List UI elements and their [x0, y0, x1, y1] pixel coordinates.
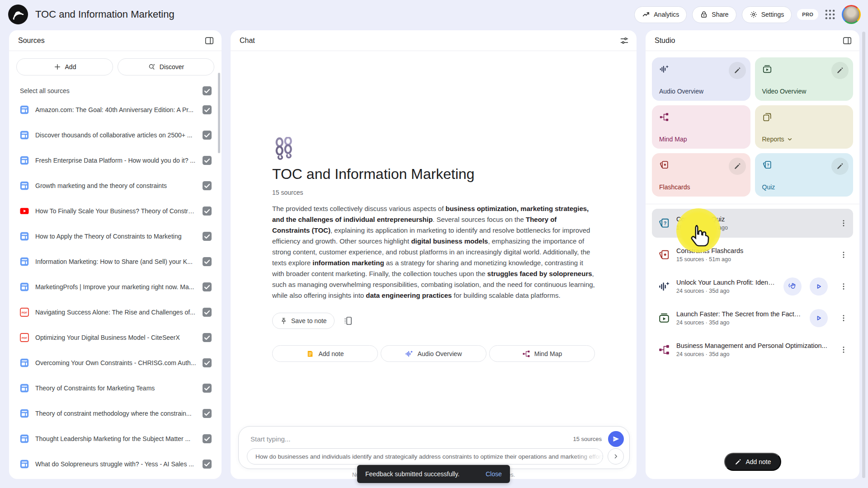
chevron-down-icon — [786, 136, 793, 143]
more-options-button[interactable] — [837, 214, 850, 232]
toast-close-button[interactable]: Close — [486, 470, 502, 478]
edit-flashcards-button[interactable] — [729, 158, 746, 175]
studio-item[interactable]: ?Constraints Quiz15 sources · 1m ago — [652, 209, 853, 238]
mind-map-icon — [659, 112, 669, 122]
svg-text:?: ? — [664, 221, 666, 226]
source-checkbox[interactable] — [203, 105, 212, 114]
source-row[interactable]: PDFNavigating Success Alone: The Rise an… — [14, 300, 216, 325]
discover-sources-button[interactable]: Discover — [118, 58, 214, 75]
edit-audio-overview-button[interactable] — [729, 62, 746, 79]
chat-input-placeholder[interactable]: Start typing... — [250, 435, 290, 443]
more-options-button[interactable] — [837, 277, 850, 296]
more-options-button[interactable] — [837, 309, 850, 327]
studio-item-text: Launch Faster: The Secret from the Facto… — [676, 310, 802, 326]
source-row[interactable]: Growth marketing and the theory of const… — [14, 173, 216, 198]
source-title: How to Apply the Theory of Constraints t… — [35, 233, 196, 240]
flashcards-icon — [658, 249, 670, 261]
quiz-card[interactable]: ? Quiz — [755, 153, 854, 197]
play-button[interactable] — [810, 309, 828, 327]
source-row[interactable]: Overcoming Your Own Constraints - CHRISG… — [14, 350, 216, 375]
add-note-button[interactable]: Add note — [272, 345, 378, 362]
source-row[interactable]: How to Apply the Theory of Constraints t… — [14, 224, 216, 249]
google-apps-grid-icon[interactable] — [824, 8, 836, 21]
youtube-icon — [20, 206, 29, 216]
studio-item[interactable]: Unlock Your Launch Profit: Identifying..… — [652, 272, 853, 301]
audio-overview-card[interactable]: Audio Overview — [652, 57, 750, 101]
mind-map-card[interactable]: Mind Map — [652, 105, 750, 149]
source-checkbox[interactable] — [203, 434, 212, 443]
collapse-panel-icon[interactable] — [204, 36, 214, 46]
source-checkbox[interactable] — [203, 333, 212, 342]
chat-settings-icon[interactable] — [619, 36, 629, 46]
copy-icon[interactable] — [343, 315, 354, 326]
source-checkbox[interactable] — [203, 358, 212, 367]
studio-item[interactable]: Constraints Flashcards15 sources · 51m a… — [652, 240, 853, 269]
user-avatar[interactable] — [842, 5, 861, 24]
select-all-checkbox[interactable] — [203, 86, 212, 95]
avatar-photo — [843, 6, 859, 23]
source-row[interactable]: Information Marketing: How to Share (and… — [14, 249, 216, 274]
chat-panel-header: Chat — [231, 30, 637, 51]
studio-add-note-button[interactable]: Add note — [724, 453, 781, 471]
save-to-note-button[interactable]: Save to note — [272, 313, 335, 329]
edit-quiz-button[interactable] — [831, 158, 849, 175]
share-label: Share — [712, 11, 728, 18]
video-icon — [658, 312, 670, 324]
audio-waveform-icon — [405, 350, 413, 358]
reports-card[interactable]: Reports — [755, 105, 854, 149]
web-icon — [20, 181, 29, 190]
source-checkbox[interactable] — [203, 460, 212, 469]
play-button[interactable] — [810, 277, 828, 296]
notebooklm-logo-icon[interactable] — [8, 5, 28, 24]
source-checkbox[interactable] — [203, 156, 212, 165]
source-row[interactable]: Theory of constraint methodology where t… — [14, 401, 216, 426]
sources-panel-title: Sources — [18, 37, 45, 45]
suggested-question-chip[interactable]: How do businesses and individuals identi… — [247, 448, 603, 465]
studio-item-title: Launch Faster: The Secret from the Facto… — [676, 310, 802, 318]
flashcards-card[interactable]: Flashcards — [652, 153, 750, 197]
source-row[interactable]: MarketingProfs | Improve your marketing … — [14, 274, 216, 300]
share-button[interactable]: Share — [692, 6, 736, 23]
source-row[interactable]: Thought Leadership Marketing for the Sub… — [14, 426, 216, 451]
web-icon — [20, 156, 29, 165]
analytics-button[interactable]: Analytics — [634, 6, 687, 23]
sources-scrollbar[interactable] — [218, 73, 220, 153]
collapse-studio-panel-icon[interactable] — [842, 36, 852, 46]
source-row[interactable]: Discover thousands of collaborative arti… — [14, 122, 216, 148]
settings-button[interactable]: Settings — [742, 6, 792, 23]
video-overview-card[interactable]: Video Overview — [755, 57, 854, 101]
svg-text:?: ? — [767, 163, 769, 167]
pencil-icon — [733, 66, 741, 75]
source-checkbox[interactable] — [203, 308, 212, 317]
interactive-mode-button[interactable] — [783, 277, 802, 296]
studio-scrollbar[interactable] — [862, 32, 865, 478]
chat-input-box[interactable]: Start typing... 15 sources How do busine… — [238, 426, 630, 469]
send-button[interactable] — [608, 431, 624, 447]
studio-item[interactable]: Launch Faster: The Secret from the Facto… — [652, 304, 853, 333]
mind-map-button[interactable]: Mind Map — [489, 345, 595, 362]
edit-video-overview-button[interactable] — [831, 62, 849, 79]
source-checkbox[interactable] — [203, 257, 212, 266]
chat-panel-title: Chat — [240, 37, 255, 45]
audio-icon — [658, 281, 670, 292]
more-options-button[interactable] — [837, 246, 850, 264]
source-checkbox[interactable] — [203, 282, 212, 291]
source-checkbox[interactable] — [203, 232, 212, 241]
source-checkbox[interactable] — [203, 384, 212, 393]
source-checkbox[interactable] — [203, 131, 212, 140]
source-row[interactable]: How To Finally Scale Your Business? Theo… — [14, 198, 216, 224]
source-row[interactable]: Theory of Constraints for Marketing Team… — [14, 375, 216, 401]
source-checkbox[interactable] — [203, 206, 212, 216]
more-options-button[interactable] — [837, 341, 850, 359]
audio-overview-button[interactable]: Audio Overview — [381, 345, 486, 362]
source-row[interactable]: Amazon.com: The Goal: 40th Anniversary E… — [14, 97, 216, 122]
source-row[interactable]: PDFOptimizing Your Digital Business Mode… — [14, 325, 216, 350]
next-suggestion-button[interactable] — [608, 448, 624, 465]
source-row[interactable]: What do Solopreneurs struggle with? - Ye… — [14, 451, 216, 477]
source-checkbox[interactable] — [203, 409, 212, 418]
pin-icon — [280, 317, 288, 325]
add-source-button[interactable]: Add — [16, 58, 113, 75]
source-row[interactable]: Fresh Enterprise Data Platform - How wou… — [14, 148, 216, 173]
studio-item[interactable]: Business Management and Personal Optimiz… — [652, 335, 853, 364]
source-checkbox[interactable] — [203, 181, 212, 190]
